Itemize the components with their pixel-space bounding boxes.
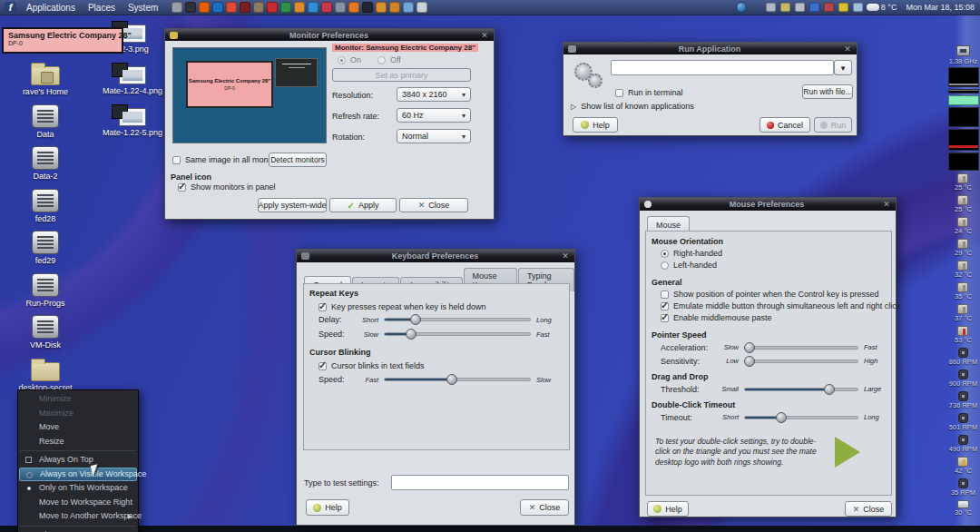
repeat-keys-checkbox[interactable]: Key presses repeat when key is held down: [318, 302, 486, 311]
cpu-frequency-icon[interactable]: [956, 45, 970, 56]
slider-thumb[interactable]: [406, 329, 416, 340]
system-monitor-graph[interactable]: [948, 129, 979, 151]
desktop-icon-data-2[interactable]: Data-2: [9, 144, 82, 181]
sensor-24-c[interactable]: 24 °C: [955, 217, 972, 238]
bluetooth-icon[interactable]: [809, 3, 819, 12]
left-handed-radio[interactable]: Left-handed: [661, 261, 717, 270]
preview-primary-monitor[interactable]: Samsung Electric Company 28" DP-0: [186, 61, 273, 108]
desktop-icon-data[interactable]: Data: [9, 103, 82, 139]
display-app-icon[interactable]: [416, 2, 427, 13]
network-icon[interactable]: [766, 3, 776, 12]
dual-display-icon[interactable]: [853, 3, 863, 12]
monitor-titlebar[interactable]: Monitor Preferences ✕: [165, 29, 494, 41]
close-icon[interactable]: ✕: [843, 44, 852, 54]
repeat-speed-slider[interactable]: [384, 332, 531, 336]
red-badge-icon[interactable]: [267, 2, 278, 13]
notification-icon[interactable]: [736, 2, 747, 13]
dark-app-icon[interactable]: [362, 2, 373, 13]
threshold-slider[interactable]: [744, 388, 858, 391]
blink-speed-slider[interactable]: [384, 378, 531, 381]
acceleration-slider[interactable]: [744, 346, 858, 350]
folder-launcher-icon[interactable]: [294, 2, 305, 13]
desktop-icon-mate-1-22-5-png[interactable]: Mate-1.22-5.png: [96, 101, 169, 137]
chat-icon[interactable]: [308, 2, 318, 13]
run-help-button[interactable]: Help: [573, 117, 618, 133]
desktop-icon-rave-s-home[interactable]: rave's Home: [9, 60, 82, 96]
updates-icon[interactable]: [824, 3, 834, 12]
mouse-titlebar[interactable]: Mouse Preferences ✕: [640, 198, 896, 211]
sensor-25-c[interactable]: 25 °C: [955, 195, 972, 216]
monitor-close-button[interactable]: ✕Close: [399, 198, 468, 212]
virtualbox-icon[interactable]: [335, 2, 346, 13]
same-image-checkbox[interactable]: Same image in all monitors: [172, 155, 284, 164]
resolution-select[interactable]: 3840 x 2160▾: [397, 87, 471, 102]
menu-system[interactable]: System: [122, 0, 164, 15]
firefox-icon[interactable]: [199, 2, 210, 13]
blue-app-icon[interactable]: [403, 2, 414, 13]
desktop-icon-vm-disk[interactable]: VM-Disk: [9, 313, 82, 350]
orange-app-icon[interactable]: [348, 2, 359, 13]
menu-item-minimize[interactable]: Minimize: [19, 392, 137, 407]
sensitivity-slider[interactable]: [744, 360, 858, 363]
menu-item-always-on-top[interactable]: Always On Top: [19, 453, 137, 468]
show-pointer-position-checkbox[interactable]: Show position of pointer when the Contro…: [661, 290, 879, 299]
type-test-input[interactable]: [391, 475, 569, 490]
sensor-35-rpm[interactable]: 35 RPM: [951, 478, 975, 499]
middlemouse-paste-checkbox[interactable]: Enable middlemouse paste: [661, 313, 772, 322]
slider-thumb[interactable]: [744, 342, 755, 353]
sensor-35-c[interactable]: 35 °C: [955, 282, 972, 303]
set-as-primary-button[interactable]: Set as primary: [332, 68, 471, 82]
gimp-icon[interactable]: [253, 2, 264, 13]
keyboard-close-button[interactable]: ✕Close: [520, 499, 569, 516]
terminal-icon[interactable]: [185, 2, 196, 13]
display-icon[interactable]: [780, 3, 790, 12]
show-monitors-checkbox[interactable]: Show monitors in panel: [178, 182, 276, 192]
menu-places[interactable]: Places: [82, 0, 122, 15]
cursor-blinks-checkbox[interactable]: Cursor blinks in text fields: [318, 361, 425, 370]
tab-mouse[interactable]: Mouse: [647, 216, 690, 232]
menu-item-move[interactable]: Move: [19, 420, 137, 435]
desktop-icon-mate-1-22-4-png[interactable]: Mate-1.22-4.png: [96, 59, 169, 95]
keyboard-help-button[interactable]: Help: [306, 499, 349, 516]
system-monitor-graph[interactable]: [948, 67, 979, 87]
orange-tool-icon[interactable]: [376, 2, 387, 13]
double-click-test-triangle[interactable]: [835, 437, 860, 468]
run-in-terminal-checkbox[interactable]: Run in terminal: [615, 88, 683, 97]
ruby-gem-icon[interactable]: [321, 2, 332, 13]
close-icon[interactable]: ✕: [561, 251, 570, 261]
apply-button[interactable]: ✓Apply: [329, 198, 397, 212]
run-with-file-button[interactable]: Run with file...: [802, 84, 853, 99]
slider-thumb[interactable]: [744, 356, 755, 367]
preview-secondary-monitor[interactable]: [275, 58, 318, 87]
run-button[interactable]: Run: [814, 117, 852, 133]
detect-monitors-button[interactable]: Detect monitors: [269, 153, 327, 167]
sensor-32-c[interactable]: 32 °C: [955, 261, 972, 281]
on-radio[interactable]: On: [338, 55, 361, 64]
close-icon[interactable]: ✕: [480, 31, 489, 40]
right-handed-radio[interactable]: Right-handed: [661, 249, 722, 258]
run-titlebar[interactable]: Run Application ✕: [564, 43, 857, 54]
rotation-select[interactable]: Normal▾: [397, 129, 471, 143]
menu-item-close[interactable]: Close: [19, 528, 137, 532]
menu-item-always-on-visible-workspace[interactable]: Always on Visible Workspace: [19, 468, 137, 482]
slider-thumb[interactable]: [446, 374, 457, 385]
command-dropdown-button[interactable]: ▾: [834, 60, 852, 75]
desktop-icon-run-progs[interactable]: Run-Progs: [9, 271, 82, 308]
menu-applications[interactable]: Applications: [20, 0, 82, 15]
clock[interactable]: Mon Mar 18, 15:08: [906, 3, 975, 12]
thunderbird-icon[interactable]: [212, 2, 223, 13]
slider-thumb[interactable]: [824, 384, 835, 395]
mouse-close-button[interactable]: ✕Close: [845, 501, 892, 517]
sensor-501-rpm[interactable]: 501 RPM: [949, 413, 977, 434]
sensor-900-rpm[interactable]: 900 RPM: [949, 369, 977, 390]
desktop-icon-fed28[interactable]: fed28: [9, 187, 82, 223]
menu-item-maximize[interactable]: Maximize: [19, 407, 137, 421]
sensor-53-c[interactable]: 53 °C: [955, 326, 972, 347]
file-manager-icon[interactable]: [172, 2, 182, 13]
command-input[interactable]: [611, 60, 834, 75]
sensor-30-c[interactable]: 30 °C: [955, 500, 972, 521]
celluloid-icon[interactable]: [280, 2, 291, 13]
sensor-25-c[interactable]: 25 °C: [955, 173, 972, 194]
monitor-preview[interactable]: Samsung Electric Company 28" DP-0: [172, 47, 327, 143]
sensor-37-c[interactable]: 37 °C: [955, 304, 972, 325]
